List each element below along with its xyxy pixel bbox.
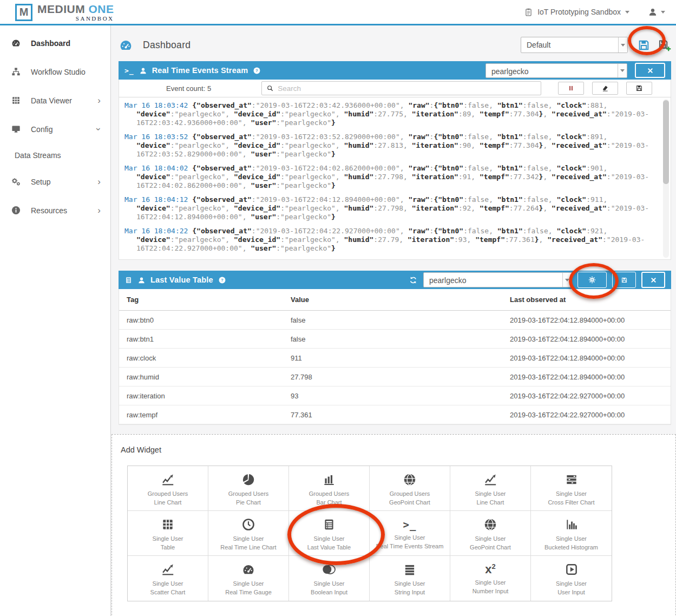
sidebar-item-workflow-studio[interactable]: Workflow Studio (0, 57, 110, 86)
globe-icon (483, 516, 497, 533)
log-entry: Mar 16 18:03:42 {"observed_at":"2019-03-… (124, 101, 650, 127)
pause-icon (567, 84, 575, 92)
events-panel-title: Real Time Events Stream (152, 66, 248, 75)
scrollbar-thumb[interactable] (663, 100, 669, 184)
log-entry: Mar 16 18:04:02 {"observed_at":"2019-03-… (124, 164, 650, 190)
globe-icon (403, 471, 417, 488)
widget-single-user-number-input[interactable]: x2Single UserNumber Input (450, 556, 531, 601)
widget-single-user-geopoint-chart[interactable]: Single UserGeoPoint Chart (450, 511, 531, 556)
widget-single-user-cross-filter-chart[interactable]: Single UserCross Filter Chart (531, 466, 612, 511)
lvt-close-button[interactable] (641, 272, 665, 288)
widget-grouped-users-geopoint-chart[interactable]: Grouped UsersGeoPoint Chart (370, 466, 450, 511)
widget-label-line1: Single User (289, 535, 369, 542)
widget-label-line1: Single User (289, 580, 369, 587)
select-caret[interactable] (618, 37, 627, 53)
sidebar-item-setup[interactable]: Setup› (0, 167, 110, 196)
pause-stream-button[interactable] (558, 82, 584, 95)
add-widget-title: Add Widget (121, 445, 675, 454)
sidebar-item-resources[interactable]: Resources› (0, 196, 110, 225)
table-icon (10, 95, 22, 106)
close-icon (647, 67, 654, 74)
widget-label-line1: Single User (531, 535, 612, 542)
widget-label-line1: Single User (208, 535, 288, 542)
widget-label-line1: Single User (370, 580, 450, 587)
widget-label-line1: Grouped Users (128, 490, 208, 497)
chevron-down-icon (625, 11, 629, 14)
select-caret[interactable] (618, 64, 627, 77)
help-icon[interactable]: ? (253, 67, 261, 75)
lvt-device-value: pearlgecko (424, 273, 562, 287)
widget-label-line1: Single User (128, 580, 208, 587)
lvt-settings-button[interactable] (577, 272, 607, 288)
tag-cell: raw:iteration (119, 392, 283, 400)
widget-single-user-bucketed-histogram[interactable]: Single UserBucketed Histogram (531, 511, 612, 556)
sidebar-item-config[interactable]: Config› (0, 115, 110, 143)
column-header-value: Value (283, 296, 502, 304)
sidebar-item-label: Setup (31, 178, 51, 186)
widget-single-user-line-chart[interactable]: Single UserLine Chart (450, 466, 531, 511)
widget-grouped-users-pie-chart[interactable]: Grouped UsersPie Chart (208, 466, 289, 511)
add-dashboard-button[interactable] (658, 38, 671, 52)
terminal-icon: >_ (403, 516, 417, 533)
save-stream-button[interactable] (626, 82, 652, 95)
log-timestamp: Mar 16 18:04:12 (124, 195, 188, 204)
widget-single-user-last-value-table[interactable]: Single UserLast Value Table (289, 511, 370, 556)
events-close-button[interactable] (635, 63, 665, 78)
widget-single-user-scatter-chart[interactable]: Single UserScatter Chart (128, 556, 208, 601)
line-chart-icon (483, 471, 497, 488)
widget-label-line1: Grouped Users (289, 490, 369, 497)
gauge-icon (241, 561, 255, 578)
widget-single-user-real-time-line-chart[interactable]: Single UserReal Time Line Chart (208, 511, 289, 556)
widget-grouped-users-bar-chart[interactable]: Grouped UsersBar Chart (289, 466, 370, 511)
table-icon (161, 516, 175, 533)
log-json: {"observed_at":"2019-03-16T22:04:22.9270… (136, 227, 645, 252)
search-input[interactable] (278, 84, 536, 93)
widget-label-line1: Grouped Users (208, 490, 288, 497)
brand-one: ONE (89, 3, 114, 15)
dashboard-select[interactable]: Default (521, 37, 628, 53)
workspace-switcher[interactable]: IoT Prototyping Sandbox (524, 8, 629, 17)
widget-label-line2: Table (128, 543, 208, 551)
log-json: {"observed_at":"2019-03-16T22:03:42.9360… (136, 101, 649, 127)
tag-cell: raw:tempf (119, 411, 283, 419)
widget-single-user-user-input[interactable]: Single UserUser Input (531, 556, 612, 601)
widget-grouped-users-line-chart[interactable]: Grouped UsersLine Chart (128, 466, 208, 511)
widget-single-user-real-time-events-stream[interactable]: >_Single UserReal Time Events Stream (370, 511, 450, 556)
user-menu[interactable] (648, 7, 665, 17)
save-dashboard-button[interactable] (637, 38, 651, 52)
sidebar-item-dashboard[interactable]: Dashboard (0, 29, 110, 57)
chevron-right-icon: › (97, 206, 101, 215)
widget-label-line2: Line Chart (128, 499, 208, 506)
value-cell: 27.798 (283, 373, 502, 381)
help-icon[interactable]: ? (218, 276, 226, 284)
sidebar-item-data-viewer[interactable]: Data Viewer› (0, 86, 110, 115)
refresh-icon[interactable] (409, 276, 418, 285)
lvt-save-button[interactable] (612, 272, 636, 288)
widget-single-user-table[interactable]: Single UserTable (128, 511, 208, 556)
sidebar-item-label: Resources (31, 206, 67, 215)
sidebar-item-data-streams[interactable]: Data Streams (0, 143, 110, 167)
last-observed-cell: 2019-03-16T22:04:12.894000+00:00 (502, 354, 671, 362)
clear-stream-button[interactable] (592, 82, 618, 95)
dashboard-select-value: Default (521, 37, 618, 53)
medium-one-logo[interactable]: M MEDIUM ONE SANDBOX (15, 3, 114, 22)
select-caret[interactable] (562, 273, 572, 287)
main-content: Dashboard Default >_ Real Time Events St… (111, 25, 676, 616)
log-entry: Mar 16 18:04:12 {"observed_at":"2019-03-… (124, 195, 650, 221)
widget-single-user-boolean-input[interactable]: Single UserBoolean Input (289, 556, 370, 601)
log-entry: Mar 16 18:04:22 {"observed_at":"2019-03-… (124, 227, 650, 253)
widget-label-line2: GeoPoint Chart (450, 543, 530, 551)
lvt-panel-header: Last Value Table ? pearlgecko (119, 271, 671, 289)
widget-label-line2: GeoPoint Chart (370, 499, 450, 506)
widget-single-user-real-time-gauge[interactable]: Single UserReal Time Gauge (208, 556, 289, 601)
value-cell: 911 (283, 354, 502, 362)
table-row: raw:humid27.7982019-03-16T22:04:12.89400… (119, 368, 671, 386)
widget-label-line2: Bar Chart (289, 499, 369, 506)
lvt-device-select[interactable]: pearlgecko (423, 272, 572, 287)
user-input-icon (565, 561, 579, 578)
events-device-select[interactable]: pearlgecko (485, 63, 627, 78)
widget-label-line2: Number Input (450, 587, 530, 595)
tag-cell: raw:btn1 (119, 335, 283, 343)
value-cell: false (283, 316, 502, 324)
widget-single-user-string-input[interactable]: Single UserString Input (370, 556, 450, 601)
